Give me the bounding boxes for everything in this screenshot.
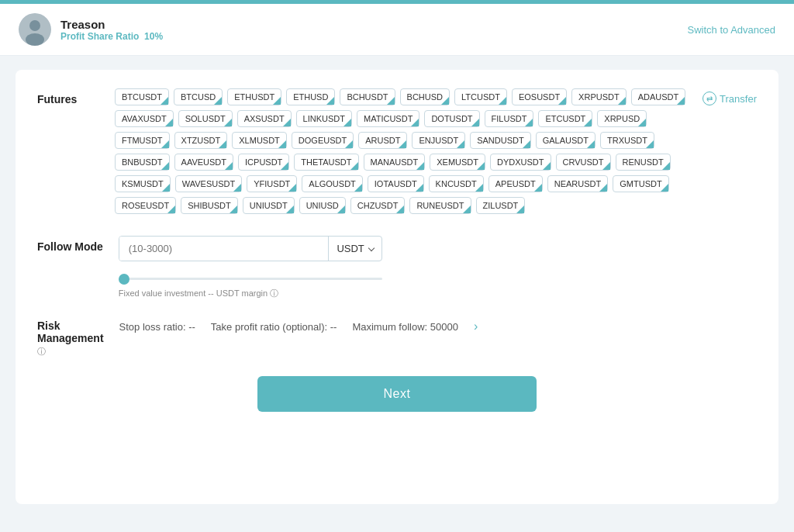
risk-management-section: RiskManagement ⓘ Stop loss ratio: -- Tak… (37, 318, 757, 358)
risk-info-icon[interactable]: ⓘ (37, 346, 104, 358)
currency-label: USDT (337, 243, 364, 254)
stop-loss-label: Stop loss ratio: -- (119, 321, 195, 333)
tag-dotusdt[interactable]: DOTUSDT (424, 110, 479, 127)
main-content: Futures BTCUSDTBTCUSDETHUSDTETHUSDBCHUSD… (16, 70, 778, 504)
svg-point-2 (26, 33, 44, 46)
tag-axsusdt[interactable]: AXSUSDT (237, 110, 292, 127)
tag-uniusdt[interactable]: UNIUSDT (243, 197, 295, 214)
tag-enjusdt[interactable]: ENJUSDT (412, 132, 465, 149)
currency-dropdown-icon (368, 244, 375, 250)
follow-mode-label: Follow Mode (37, 236, 103, 253)
tag-zilusdt[interactable]: ZILUSDT (476, 197, 526, 214)
tag-xrpusd[interactable]: XRPUSD (597, 110, 647, 127)
svg-point-1 (29, 20, 40, 31)
tag-crvusdt[interactable]: CRVUSDT (556, 154, 611, 171)
tag-xemusdt[interactable]: XEMUSDT (430, 154, 485, 171)
tag-shibusdt[interactable]: SHIBUSDT (181, 197, 238, 214)
tag-yfiusdt[interactable]: YFIUSDT (247, 175, 297, 192)
transfer-icon: ⇄ (703, 92, 716, 105)
slider-container (119, 269, 382, 283)
next-button-container: Next (37, 376, 757, 418)
tag-roseusdt[interactable]: ROSEUSDT (115, 197, 176, 214)
tag-bchusd[interactable]: BCHUSD (400, 88, 450, 105)
tag-kncusdt[interactable]: KNCUSDT (429, 175, 484, 192)
tag-aaveusdt[interactable]: AAVEUSDT (174, 154, 233, 171)
slider-label: Fixed value investment -- USDT margin ⓘ (119, 288, 757, 299)
tag-dogeusdt[interactable]: DOGEUSDT (292, 132, 354, 149)
risk-management-label: RiskManagement (37, 318, 104, 344)
max-follow-label: Maximum follow: 50000 (352, 321, 458, 333)
futures-tags: BTCUSDTBTCUSDETHUSDTETHUSDBCHUSDTBCHUSDL… (115, 88, 690, 214)
user-info: Treason Profit Share Ratio 10% (60, 18, 163, 42)
investment-input-group: USDT (119, 236, 382, 261)
tag-uniusd[interactable]: UNIUSD (299, 197, 346, 214)
tag-ethusdt[interactable]: ETHUSDT (227, 88, 281, 105)
futures-section: Futures BTCUSDTBTCUSDETHUSDTETHUSDBCHUSD… (37, 88, 757, 214)
tag-manausdt[interactable]: MANAUSDT (364, 154, 426, 171)
profit-share-label: Profit Share Ratio (60, 31, 139, 42)
tag-gmtusdt[interactable]: GMTUSDT (613, 175, 668, 192)
tag-linkusdt[interactable]: LINKUSDT (296, 110, 352, 127)
next-button[interactable]: Next (257, 376, 537, 412)
tag-xtzusdt[interactable]: XTZUSDT (174, 132, 228, 149)
investment-input[interactable] (119, 237, 329, 261)
follow-mode-section: Follow Mode USDT Fixed value investment … (37, 236, 757, 299)
tag-trxusdt[interactable]: TRXUSDT (600, 132, 654, 149)
tag-icpusdt[interactable]: ICPUSDT (238, 154, 289, 171)
tag-sandusdt[interactable]: SANDUSDT (470, 132, 531, 149)
risk-management-row: RiskManagement ⓘ Stop loss ratio: -- Tak… (37, 318, 757, 358)
futures-label: Futures (37, 88, 99, 105)
tag-galausdt[interactable]: GALAUSDT (536, 132, 596, 149)
profit-share-value: 10% (144, 31, 163, 42)
header-left: Treason Profit Share Ratio 10% (19, 13, 163, 46)
username: Treason (60, 18, 163, 31)
follow-mode-content: USDT Fixed value investment -- USDT marg… (119, 236, 757, 299)
tag-ksmusdt[interactable]: KSMUSDT (115, 175, 171, 192)
tag-etcusdt[interactable]: ETCUSDT (538, 110, 592, 127)
tag-ftmusdt[interactable]: FTMUSDT (115, 132, 170, 149)
tag-wavesusdt[interactable]: WAVESUSDT (175, 175, 242, 192)
tag-dydxusdt[interactable]: DYDXUSDT (490, 154, 551, 171)
tag-algousdt[interactable]: ALGOUSDT (302, 175, 363, 192)
risk-details: Stop loss ratio: -- Take profit ratio (o… (119, 318, 757, 333)
tag-ltcusdt[interactable]: LTCUSDT (454, 88, 507, 105)
currency-select[interactable]: USDT (328, 237, 381, 261)
tag-xrpusdt[interactable]: XRPUSDT (571, 88, 627, 105)
profit-share: Profit Share Ratio 10% (60, 31, 163, 42)
tag-renusdt[interactable]: RENUSDT (616, 154, 671, 171)
tag-apeusdt[interactable]: APEUSDT (488, 175, 543, 192)
transfer-button[interactable]: ⇄ Transfer (703, 88, 757, 105)
tag-adausdt[interactable]: ADAUSDT (631, 88, 686, 105)
tag-btcusd[interactable]: BTCUSD (174, 88, 223, 105)
tag-iotausdt[interactable]: IOTAUSDT (368, 175, 424, 192)
futures-actions: BTCUSDTBTCUSDETHUSDTETHUSDBCHUSDTBCHUSDL… (115, 88, 757, 214)
switch-advanced-link[interactable]: Switch to Advanced (688, 24, 775, 36)
tag-arusdt[interactable]: ARUSDT (358, 132, 407, 149)
tag-eosusdt[interactable]: EOSUSDT (512, 88, 567, 105)
header: Treason Profit Share Ratio 10% Switch to… (0, 4, 794, 56)
tag-nearusdt[interactable]: NEARUSDT (547, 175, 609, 192)
tag-runeusdt[interactable]: RUNEUSDT (409, 197, 471, 214)
tag-xlmusdt[interactable]: XLMUSDT (232, 132, 287, 149)
tag-thetausdt[interactable]: THETAUSDT (294, 154, 358, 171)
tag-bchusdt[interactable]: BCHUSDT (340, 88, 395, 105)
risk-chevron-icon[interactable]: › (474, 320, 478, 333)
follow-mode-row: Follow Mode USDT Fixed value investment … (37, 236, 757, 299)
tag-filusdt[interactable]: FILUSDT (485, 110, 534, 127)
investment-slider[interactable] (119, 278, 382, 280)
tag-avaxusdt[interactable]: AVAXUSDT (115, 110, 174, 127)
tag-ethusd[interactable]: ETHUSD (286, 88, 335, 105)
transfer-label: Transfer (720, 93, 757, 105)
tag-bnbusdt[interactable]: BNBUSDT (115, 154, 170, 171)
tag-chzusdt[interactable]: CHZUSDT (350, 197, 406, 214)
risk-label-block: RiskManagement ⓘ (37, 318, 104, 358)
tag-maticusdt[interactable]: MATICUSDT (357, 110, 419, 127)
futures-row: Futures BTCUSDTBTCUSDETHUSDTETHUSDBCHUSD… (37, 88, 757, 214)
tag-btcusdt[interactable]: BTCUSDT (115, 88, 169, 105)
take-profit-label: Take profit ratio (optional): -- (211, 321, 337, 333)
tag-solusdt[interactable]: SOLUSDT (178, 110, 233, 127)
avatar (19, 13, 51, 46)
